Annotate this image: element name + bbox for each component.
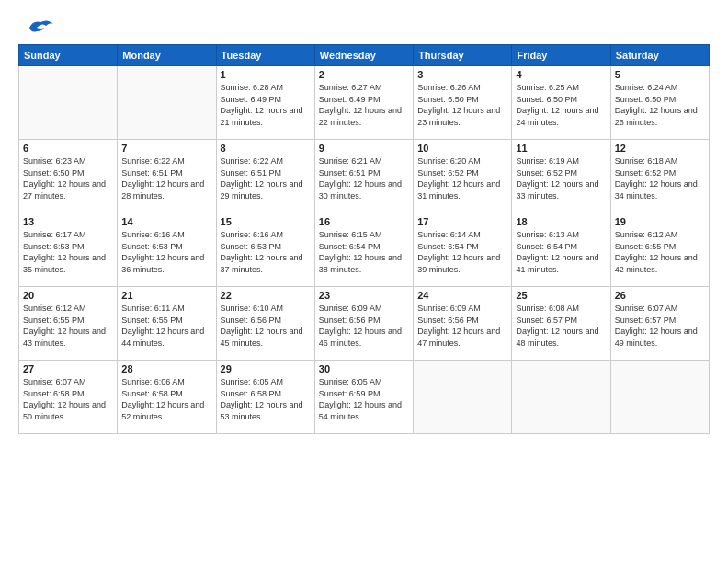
col-monday: Monday — [118, 45, 216, 66]
calendar-cell: 28Sunrise: 6:06 AMSunset: 6:58 PMDayligh… — [118, 361, 216, 434]
calendar-week-4: 27Sunrise: 6:07 AMSunset: 6:58 PMDayligh… — [19, 361, 710, 434]
day-info: Sunrise: 6:25 AMSunset: 6:50 PMDaylight:… — [516, 82, 606, 128]
day-info: Sunrise: 6:07 AMSunset: 6:57 PMDaylight:… — [615, 303, 705, 349]
day-number: 30 — [319, 363, 409, 374]
day-info: Sunrise: 6:10 AMSunset: 6:56 PMDaylight:… — [221, 303, 311, 349]
calendar-cell: 27Sunrise: 6:07 AMSunset: 6:58 PMDayligh… — [19, 361, 118, 434]
calendar-week-3: 20Sunrise: 6:12 AMSunset: 6:55 PMDayligh… — [19, 287, 710, 361]
calendar-cell: 25Sunrise: 6:08 AMSunset: 6:57 PMDayligh… — [512, 287, 610, 361]
day-number: 11 — [516, 143, 606, 154]
day-number: 23 — [319, 290, 409, 301]
day-number: 22 — [221, 290, 311, 301]
calendar-cell: 15Sunrise: 6:16 AMSunset: 6:53 PMDayligh… — [216, 213, 314, 287]
calendar-cell: 18Sunrise: 6:13 AMSunset: 6:54 PMDayligh… — [512, 213, 610, 287]
calendar-cell — [512, 361, 610, 434]
day-number: 24 — [417, 290, 507, 301]
day-info: Sunrise: 6:12 AMSunset: 6:55 PMDaylight:… — [23, 303, 113, 349]
day-number: 14 — [121, 216, 211, 227]
calendar-cell — [118, 66, 216, 140]
day-info: Sunrise: 6:28 AMSunset: 6:49 PMDaylight:… — [221, 82, 311, 128]
day-number: 5 — [615, 69, 705, 80]
day-info: Sunrise: 6:16 AMSunset: 6:53 PMDaylight:… — [121, 229, 211, 275]
calendar-cell: 16Sunrise: 6:15 AMSunset: 6:54 PMDayligh… — [314, 213, 413, 287]
day-info: Sunrise: 6:22 AMSunset: 6:51 PMDaylight:… — [221, 155, 311, 201]
header-row: Sunday Monday Tuesday Wednesday Thursday… — [19, 45, 710, 66]
day-number: 18 — [516, 216, 606, 227]
day-info: Sunrise: 6:05 AMSunset: 6:59 PMDaylight:… — [319, 376, 409, 422]
day-number: 8 — [221, 143, 311, 154]
day-number: 12 — [615, 143, 705, 154]
day-number: 6 — [23, 143, 113, 154]
calendar-body: 1Sunrise: 6:28 AMSunset: 6:49 PMDaylight… — [19, 66, 710, 434]
calendar-cell: 26Sunrise: 6:07 AMSunset: 6:57 PMDayligh… — [610, 287, 709, 361]
day-number: 4 — [516, 69, 606, 80]
calendar-week-1: 6Sunrise: 6:23 AMSunset: 6:50 PMDaylight… — [19, 140, 710, 213]
day-number: 7 — [121, 143, 211, 154]
day-info: Sunrise: 6:17 AMSunset: 6:53 PMDaylight:… — [23, 229, 113, 275]
calendar-cell: 19Sunrise: 6:12 AMSunset: 6:55 PMDayligh… — [610, 213, 709, 287]
day-info: Sunrise: 6:06 AMSunset: 6:58 PMDaylight:… — [121, 376, 211, 422]
col-wednesday: Wednesday — [314, 45, 413, 66]
day-number: 19 — [615, 216, 705, 227]
day-info: Sunrise: 6:13 AMSunset: 6:54 PMDaylight:… — [516, 229, 606, 275]
day-number: 15 — [221, 216, 311, 227]
day-info: Sunrise: 6:14 AMSunset: 6:54 PMDaylight:… — [417, 229, 507, 275]
calendar-cell: 20Sunrise: 6:12 AMSunset: 6:55 PMDayligh… — [19, 287, 118, 361]
day-info: Sunrise: 6:27 AMSunset: 6:49 PMDaylight:… — [319, 82, 409, 128]
day-info: Sunrise: 6:20 AMSunset: 6:52 PMDaylight:… — [417, 155, 507, 201]
calendar-cell — [19, 66, 118, 140]
calendar-cell: 17Sunrise: 6:14 AMSunset: 6:54 PMDayligh… — [414, 213, 512, 287]
day-info: Sunrise: 6:23 AMSunset: 6:50 PMDaylight:… — [23, 155, 113, 201]
day-number: 29 — [221, 363, 311, 374]
calendar-cell: 3Sunrise: 6:26 AMSunset: 6:50 PMDaylight… — [414, 66, 512, 140]
day-info: Sunrise: 6:09 AMSunset: 6:56 PMDaylight:… — [319, 303, 409, 349]
calendar-cell: 10Sunrise: 6:20 AMSunset: 6:52 PMDayligh… — [414, 140, 512, 213]
calendar-header: Sunday Monday Tuesday Wednesday Thursday… — [19, 45, 710, 66]
day-number: 3 — [417, 69, 507, 80]
calendar-cell: 29Sunrise: 6:05 AMSunset: 6:58 PMDayligh… — [216, 361, 314, 434]
logo-bird-icon — [22, 15, 48, 35]
day-info: Sunrise: 6:08 AMSunset: 6:57 PMDaylight:… — [516, 303, 606, 349]
day-info: Sunrise: 6:15 AMSunset: 6:54 PMDaylight:… — [319, 229, 409, 275]
calendar-cell — [414, 361, 512, 434]
col-sunday: Sunday — [19, 45, 118, 66]
calendar-cell: 21Sunrise: 6:11 AMSunset: 6:55 PMDayligh… — [118, 287, 216, 361]
day-info: Sunrise: 6:07 AMSunset: 6:58 PMDaylight:… — [23, 376, 113, 422]
calendar-cell: 1Sunrise: 6:28 AMSunset: 6:49 PMDaylight… — [216, 66, 314, 140]
calendar-cell: 2Sunrise: 6:27 AMSunset: 6:49 PMDaylight… — [314, 66, 413, 140]
calendar-table: Sunday Monday Tuesday Wednesday Thursday… — [18, 44, 710, 434]
calendar-cell: 13Sunrise: 6:17 AMSunset: 6:53 PMDayligh… — [19, 213, 118, 287]
calendar-week-0: 1Sunrise: 6:28 AMSunset: 6:49 PMDaylight… — [19, 66, 710, 140]
col-saturday: Saturday — [610, 45, 709, 66]
day-number: 10 — [417, 143, 507, 154]
day-info: Sunrise: 6:26 AMSunset: 6:50 PMDaylight:… — [417, 82, 507, 128]
calendar-cell: 8Sunrise: 6:22 AMSunset: 6:51 PMDaylight… — [216, 140, 314, 213]
day-info: Sunrise: 6:05 AMSunset: 6:58 PMDaylight:… — [221, 376, 311, 422]
calendar-cell: 5Sunrise: 6:24 AMSunset: 6:50 PMDaylight… — [610, 66, 709, 140]
day-number: 26 — [615, 290, 705, 301]
day-number: 9 — [319, 143, 409, 154]
day-info: Sunrise: 6:19 AMSunset: 6:52 PMDaylight:… — [516, 155, 606, 201]
header — [18, 15, 710, 35]
day-number: 17 — [417, 216, 507, 227]
calendar-cell: 22Sunrise: 6:10 AMSunset: 6:56 PMDayligh… — [216, 287, 314, 361]
day-info: Sunrise: 6:21 AMSunset: 6:51 PMDaylight:… — [319, 155, 409, 201]
day-info: Sunrise: 6:18 AMSunset: 6:52 PMDaylight:… — [615, 155, 705, 201]
col-thursday: Thursday — [414, 45, 512, 66]
calendar-cell: 12Sunrise: 6:18 AMSunset: 6:52 PMDayligh… — [610, 140, 709, 213]
day-info: Sunrise: 6:22 AMSunset: 6:51 PMDaylight:… — [121, 155, 211, 201]
day-number: 21 — [121, 290, 211, 301]
calendar-cell: 11Sunrise: 6:19 AMSunset: 6:52 PMDayligh… — [512, 140, 610, 213]
day-number: 28 — [121, 363, 211, 374]
calendar-cell: 14Sunrise: 6:16 AMSunset: 6:53 PMDayligh… — [118, 213, 216, 287]
day-number: 13 — [23, 216, 113, 227]
day-number: 25 — [516, 290, 606, 301]
calendar-cell: 4Sunrise: 6:25 AMSunset: 6:50 PMDaylight… — [512, 66, 610, 140]
day-number: 20 — [23, 290, 113, 301]
calendar-cell: 7Sunrise: 6:22 AMSunset: 6:51 PMDaylight… — [118, 140, 216, 213]
day-info: Sunrise: 6:24 AMSunset: 6:50 PMDaylight:… — [615, 82, 705, 128]
calendar-cell: 23Sunrise: 6:09 AMSunset: 6:56 PMDayligh… — [314, 287, 413, 361]
day-info: Sunrise: 6:11 AMSunset: 6:55 PMDaylight:… — [121, 303, 211, 349]
logo — [18, 15, 48, 35]
page: Sunday Monday Tuesday Wednesday Thursday… — [0, 0, 728, 563]
